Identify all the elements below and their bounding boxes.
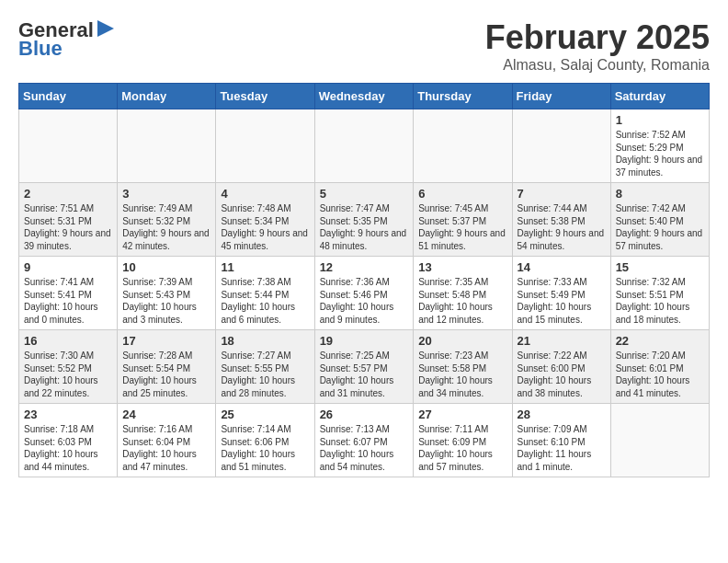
- calendar-day-13: 13Sunrise: 7:35 AM Sunset: 5:48 PM Dayli…: [414, 257, 512, 330]
- day-detail: Sunrise: 7:51 AM Sunset: 5:31 PM Dayligh…: [24, 202, 112, 252]
- calendar-week-row: 9Sunrise: 7:41 AM Sunset: 5:41 PM Daylig…: [19, 257, 710, 330]
- calendar-header-thursday: Thursday: [414, 84, 512, 109]
- calendar-day-16: 16Sunrise: 7:30 AM Sunset: 5:52 PM Dayli…: [19, 330, 118, 404]
- page-header: General Blue February 2025 Almasu, Salaj…: [18, 18, 710, 74]
- calendar-day-15: 15Sunrise: 7:32 AM Sunset: 5:51 PM Dayli…: [610, 257, 709, 330]
- day-number: 11: [221, 260, 309, 274]
- calendar-header-monday: Monday: [118, 84, 216, 109]
- day-detail: Sunrise: 7:47 AM Sunset: 5:35 PM Dayligh…: [320, 202, 409, 252]
- day-detail: Sunrise: 7:32 AM Sunset: 5:51 PM Dayligh…: [616, 276, 704, 326]
- location-text: Almasu, Salaj County, Romania: [485, 57, 710, 74]
- day-detail: Sunrise: 7:20 AM Sunset: 6:01 PM Dayligh…: [616, 350, 704, 399]
- calendar-day-19: 19Sunrise: 7:25 AM Sunset: 5:57 PM Dayli…: [314, 330, 414, 404]
- day-detail: Sunrise: 7:25 AM Sunset: 5:57 PM Dayligh…: [320, 350, 409, 399]
- day-detail: Sunrise: 7:49 AM Sunset: 5:32 PM Dayligh…: [122, 202, 210, 252]
- day-number: 14: [518, 260, 606, 274]
- calendar-day-empty: [314, 109, 414, 183]
- day-number: 10: [122, 260, 210, 274]
- day-detail: Sunrise: 7:38 AM Sunset: 5:44 PM Dayligh…: [221, 276, 309, 326]
- calendar-day-empty: [19, 109, 118, 183]
- day-number: 24: [122, 408, 210, 421]
- day-detail: Sunrise: 7:28 AM Sunset: 5:54 PM Dayligh…: [122, 350, 210, 399]
- day-detail: Sunrise: 7:35 AM Sunset: 5:48 PM Dayligh…: [418, 276, 506, 326]
- calendar-header-tuesday: Tuesday: [216, 84, 314, 109]
- day-number: 9: [24, 260, 112, 274]
- day-detail: Sunrise: 7:42 AM Sunset: 5:40 PM Dayligh…: [616, 202, 704, 252]
- logo: General Blue: [18, 18, 116, 61]
- day-detail: Sunrise: 7:16 AM Sunset: 6:04 PM Dayligh…: [122, 423, 210, 473]
- calendar-day-empty: [610, 404, 709, 477]
- calendar-day-empty: [216, 109, 314, 183]
- calendar-day-empty: [118, 109, 216, 183]
- calendar-day-14: 14Sunrise: 7:33 AM Sunset: 5:49 PM Dayli…: [512, 257, 610, 330]
- calendar-day-3: 3Sunrise: 7:49 AM Sunset: 5:32 PM Daylig…: [118, 183, 216, 257]
- calendar-week-row: 1Sunrise: 7:52 AM Sunset: 5:29 PM Daylig…: [19, 109, 710, 183]
- calendar-day-21: 21Sunrise: 7:22 AM Sunset: 6:00 PM Dayli…: [512, 330, 610, 404]
- day-detail: Sunrise: 7:09 AM Sunset: 6:10 PM Dayligh…: [518, 423, 606, 473]
- day-detail: Sunrise: 7:11 AM Sunset: 6:09 PM Dayligh…: [418, 423, 506, 473]
- calendar-day-1: 1Sunrise: 7:52 AM Sunset: 5:29 PM Daylig…: [610, 109, 709, 183]
- day-number: 16: [24, 334, 112, 348]
- calendar-table: SundayMondayTuesdayWednesdayThursdayFrid…: [18, 83, 710, 477]
- calendar-day-28: 28Sunrise: 7:09 AM Sunset: 6:10 PM Dayli…: [512, 404, 610, 477]
- day-detail: Sunrise: 7:27 AM Sunset: 5:55 PM Dayligh…: [221, 350, 309, 399]
- calendar-day-8: 8Sunrise: 7:42 AM Sunset: 5:40 PM Daylig…: [610, 183, 709, 257]
- calendar-day-4: 4Sunrise: 7:48 AM Sunset: 5:34 PM Daylig…: [216, 183, 314, 257]
- day-number: 5: [320, 187, 409, 201]
- calendar-week-row: 2Sunrise: 7:51 AM Sunset: 5:31 PM Daylig…: [19, 183, 710, 257]
- day-detail: Sunrise: 7:23 AM Sunset: 5:58 PM Dayligh…: [418, 350, 506, 399]
- day-number: 21: [518, 334, 606, 348]
- day-detail: Sunrise: 7:14 AM Sunset: 6:06 PM Dayligh…: [221, 423, 309, 473]
- calendar-day-11: 11Sunrise: 7:38 AM Sunset: 5:44 PM Dayli…: [216, 257, 314, 330]
- day-number: 27: [418, 408, 506, 421]
- calendar-day-5: 5Sunrise: 7:47 AM Sunset: 5:35 PM Daylig…: [314, 183, 414, 257]
- calendar-day-12: 12Sunrise: 7:36 AM Sunset: 5:46 PM Dayli…: [314, 257, 414, 330]
- calendar-week-row: 23Sunrise: 7:18 AM Sunset: 6:03 PM Dayli…: [19, 404, 710, 477]
- day-number: 15: [616, 260, 704, 274]
- day-number: 19: [320, 334, 409, 348]
- day-detail: Sunrise: 7:33 AM Sunset: 5:49 PM Dayligh…: [518, 276, 606, 326]
- calendar-week-row: 16Sunrise: 7:30 AM Sunset: 5:52 PM Dayli…: [19, 330, 710, 404]
- day-number: 2: [24, 187, 112, 201]
- calendar-day-18: 18Sunrise: 7:27 AM Sunset: 5:55 PM Dayli…: [216, 330, 314, 404]
- svg-marker-0: [97, 20, 114, 37]
- calendar-header-friday: Friday: [512, 84, 610, 109]
- day-detail: Sunrise: 7:36 AM Sunset: 5:46 PM Dayligh…: [320, 276, 409, 326]
- day-detail: Sunrise: 7:52 AM Sunset: 5:29 PM Dayligh…: [616, 129, 704, 178]
- day-number: 28: [518, 408, 606, 421]
- day-number: 3: [122, 187, 210, 201]
- day-number: 26: [320, 408, 409, 421]
- calendar-day-22: 22Sunrise: 7:20 AM Sunset: 6:01 PM Dayli…: [610, 330, 709, 404]
- calendar-day-26: 26Sunrise: 7:13 AM Sunset: 6:07 PM Dayli…: [314, 404, 414, 477]
- day-detail: Sunrise: 7:44 AM Sunset: 5:38 PM Dayligh…: [518, 202, 606, 252]
- calendar-day-2: 2Sunrise: 7:51 AM Sunset: 5:31 PM Daylig…: [19, 183, 118, 257]
- day-number: 8: [616, 187, 704, 201]
- calendar-header-row: SundayMondayTuesdayWednesdayThursdayFrid…: [19, 84, 710, 109]
- day-number: 25: [221, 408, 309, 421]
- month-title: February 2025: [485, 18, 710, 57]
- title-block: February 2025 Almasu, Salaj County, Roma…: [485, 18, 710, 74]
- day-number: 13: [418, 260, 506, 274]
- day-detail: Sunrise: 7:22 AM Sunset: 6:00 PM Dayligh…: [518, 350, 606, 399]
- day-number: 7: [518, 187, 606, 201]
- day-number: 23: [24, 408, 112, 421]
- day-detail: Sunrise: 7:30 AM Sunset: 5:52 PM Dayligh…: [24, 350, 112, 399]
- day-number: 1: [616, 113, 704, 127]
- day-detail: Sunrise: 7:39 AM Sunset: 5:43 PM Dayligh…: [122, 276, 210, 326]
- calendar-day-20: 20Sunrise: 7:23 AM Sunset: 5:58 PM Dayli…: [414, 330, 512, 404]
- day-detail: Sunrise: 7:41 AM Sunset: 5:41 PM Dayligh…: [24, 276, 112, 326]
- day-detail: Sunrise: 7:18 AM Sunset: 6:03 PM Dayligh…: [24, 423, 112, 473]
- day-detail: Sunrise: 7:45 AM Sunset: 5:37 PM Dayligh…: [418, 202, 506, 252]
- day-detail: Sunrise: 7:48 AM Sunset: 5:34 PM Dayligh…: [221, 202, 309, 252]
- calendar-day-7: 7Sunrise: 7:44 AM Sunset: 5:38 PM Daylig…: [512, 183, 610, 257]
- calendar-day-24: 24Sunrise: 7:16 AM Sunset: 6:04 PM Dayli…: [118, 404, 216, 477]
- calendar-header-sunday: Sunday: [19, 84, 118, 109]
- day-number: 4: [221, 187, 309, 201]
- calendar-day-9: 9Sunrise: 7:41 AM Sunset: 5:41 PM Daylig…: [19, 257, 118, 330]
- calendar-day-23: 23Sunrise: 7:18 AM Sunset: 6:03 PM Dayli…: [19, 404, 118, 477]
- day-number: 12: [320, 260, 409, 274]
- day-number: 17: [122, 334, 210, 348]
- calendar-day-25: 25Sunrise: 7:14 AM Sunset: 6:06 PM Dayli…: [216, 404, 314, 477]
- logo-blue-text: Blue: [18, 37, 63, 61]
- day-number: 6: [418, 187, 506, 201]
